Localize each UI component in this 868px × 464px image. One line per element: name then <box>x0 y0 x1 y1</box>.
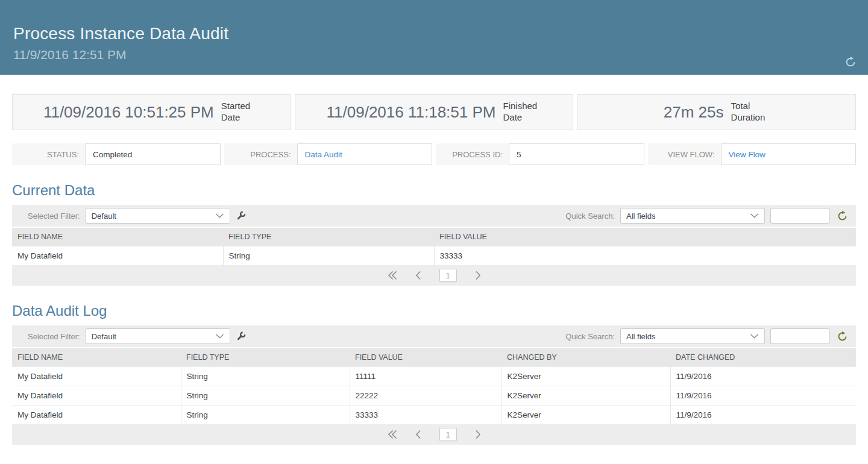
filter-group: Selected Filter: Default <box>28 328 246 344</box>
cell-changed-by: K2Server <box>502 386 670 405</box>
chevron-down-icon <box>215 334 224 339</box>
chevron-down-icon <box>750 213 759 218</box>
cell-field-name: My Datafield <box>12 405 181 424</box>
current-data-table: FIELD NAME FIELD TYPE FIELD VALUE My Dat… <box>12 228 856 265</box>
current-page-indicator[interactable]: 1 <box>439 428 457 441</box>
table-row[interactable]: My Datafield String 33333 K2Server 11/9/… <box>12 405 856 424</box>
selected-filter-label: Selected Filter: <box>28 332 80 341</box>
process-id-value: 5 <box>509 143 644 165</box>
process-id-label: PROCESS ID: <box>436 143 509 165</box>
total-duration-label: Total Duration <box>731 101 770 124</box>
view-flow-link[interactable]: View Flow <box>729 150 766 159</box>
first-page-icon[interactable] <box>388 430 397 439</box>
field-process-id: PROCESS ID: 5 <box>436 143 644 165</box>
column-header-date-changed: DATE CHANGED <box>670 348 856 366</box>
cell-date-changed: 11/9/2016 <box>670 386 856 405</box>
cell-field-type: String <box>181 366 350 386</box>
summary-card-started-date: 11/09/2016 10:51:25 PM Started Date <box>12 94 291 130</box>
summary-cards: 11/09/2016 10:51:25 PM Started Date 11/0… <box>12 94 856 130</box>
previous-page-icon[interactable] <box>415 271 421 280</box>
data-audit-log-table: FIELD NAME FIELD TYPE FIELD VALUE CHANGE… <box>12 348 856 424</box>
refresh-icon[interactable] <box>837 211 848 221</box>
quick-search-group: Quick Search: All fields <box>565 208 848 224</box>
section-title-current-data: Current Data <box>12 182 856 199</box>
quick-search-input[interactable] <box>770 208 829 224</box>
filter-group: Selected Filter: Default <box>28 208 246 224</box>
cell-date-changed: 11/9/2016 <box>670 366 856 386</box>
status-value: Completed <box>85 143 221 165</box>
current-data-pagination: 1 <box>12 265 856 286</box>
cell-field-type: String <box>181 386 350 405</box>
cell-field-name: My Datafield <box>12 386 181 405</box>
filter-select-value: Default <box>92 332 116 341</box>
search-scope-select[interactable]: All fields <box>620 208 765 224</box>
view-flow-value: View Flow <box>721 143 857 165</box>
page-title: Process Instance Data Audit <box>13 0 855 43</box>
cell-field-value: 22222 <box>350 386 502 405</box>
table-row[interactable]: My Datafield String 11111 K2Server 11/9/… <box>12 366 856 386</box>
process-label: PROCESS: <box>224 143 297 165</box>
column-header-field-value: FIELD VALUE <box>350 348 502 366</box>
column-header-field-name: FIELD NAME <box>12 228 223 246</box>
search-scope-value: All fields <box>626 212 655 221</box>
column-header-field-name: FIELD NAME <box>12 348 181 366</box>
current-data-toolbar: Selected Filter: Default Quick Search: A… <box>12 205 856 227</box>
data-audit-log-pagination: 1 <box>12 424 856 445</box>
cell-field-name: My Datafield <box>12 366 181 386</box>
header-timestamp: 11/9/2016 12:51 PM <box>13 48 855 62</box>
current-page-indicator[interactable]: 1 <box>439 269 457 282</box>
status-label: STATUS: <box>12 143 85 165</box>
cell-field-value: 33333 <box>350 405 502 424</box>
finished-date-value: 11/09/2016 11:18:51 PM <box>327 103 496 122</box>
quick-search-group: Quick Search: All fields <box>565 328 848 344</box>
quick-search-label: Quick Search: <box>565 332 615 341</box>
wrench-icon[interactable] <box>236 331 246 342</box>
field-view-flow: VIEW FLOW: View Flow <box>648 143 857 165</box>
wrench-icon[interactable] <box>236 211 246 221</box>
refresh-icon[interactable] <box>845 57 856 67</box>
cell-field-type: String <box>223 246 434 265</box>
field-status: STATUS: Completed <box>12 143 221 165</box>
started-date-label: Started Date <box>221 101 260 124</box>
refresh-icon[interactable] <box>837 331 848 342</box>
filter-select[interactable]: Default <box>86 208 230 224</box>
view-flow-label: VIEW FLOW: <box>648 143 721 165</box>
table-header-row: FIELD NAME FIELD TYPE FIELD VALUE <box>12 228 856 246</box>
next-page-icon[interactable] <box>475 430 481 439</box>
process-link[interactable]: Data Audit <box>305 150 342 159</box>
first-page-icon[interactable] <box>388 271 397 280</box>
process-value: Data Audit <box>297 143 433 165</box>
column-header-changed-by: CHANGED BY <box>502 348 670 366</box>
previous-page-icon[interactable] <box>415 430 421 439</box>
table-row[interactable]: My Datafield String 33333 <box>12 246 856 265</box>
total-duration-value: 27m 25s <box>664 103 724 122</box>
cell-date-changed: 11/9/2016 <box>670 405 856 424</box>
cell-changed-by: K2Server <box>502 366 670 386</box>
cell-changed-by: K2Server <box>502 405 670 424</box>
cell-field-type: String <box>181 405 350 424</box>
cell-field-value: 33333 <box>434 246 856 265</box>
selected-filter-label: Selected Filter: <box>28 212 80 221</box>
next-page-icon[interactable] <box>475 271 481 280</box>
finished-date-label: Finished Date <box>503 101 541 124</box>
column-header-field-value: FIELD VALUE <box>434 228 856 246</box>
search-scope-select[interactable]: All fields <box>620 328 765 344</box>
summary-card-finished-date: 11/09/2016 11:18:51 PM Finished Date <box>295 94 574 130</box>
app-header: Process Instance Data Audit 11/9/2016 12… <box>0 0 868 75</box>
cell-field-value: 11111 <box>350 366 502 386</box>
quick-search-input[interactable] <box>770 328 829 344</box>
cell-field-name: My Datafield <box>12 246 223 265</box>
table-row[interactable]: My Datafield String 22222 K2Server 11/9/… <box>12 386 856 405</box>
search-scope-value: All fields <box>626 332 655 341</box>
summary-card-total-duration: 27m 25s Total Duration <box>577 94 856 130</box>
chevron-down-icon <box>215 213 224 218</box>
section-title-data-audit-log: Data Audit Log <box>12 303 856 319</box>
data-audit-log-toolbar: Selected Filter: Default Quick Search: A… <box>12 325 856 347</box>
quick-search-label: Quick Search: <box>565 212 615 221</box>
column-header-field-type: FIELD TYPE <box>181 348 350 366</box>
info-fields: STATUS: Completed PROCESS: Data Audit PR… <box>12 143 856 165</box>
started-date-value: 11/09/2016 10:51:25 PM <box>43 103 214 122</box>
main-content: 11/09/2016 10:51:25 PM Started Date 11/0… <box>0 94 868 445</box>
filter-select[interactable]: Default <box>86 328 230 344</box>
filter-select-value: Default <box>92 212 116 221</box>
